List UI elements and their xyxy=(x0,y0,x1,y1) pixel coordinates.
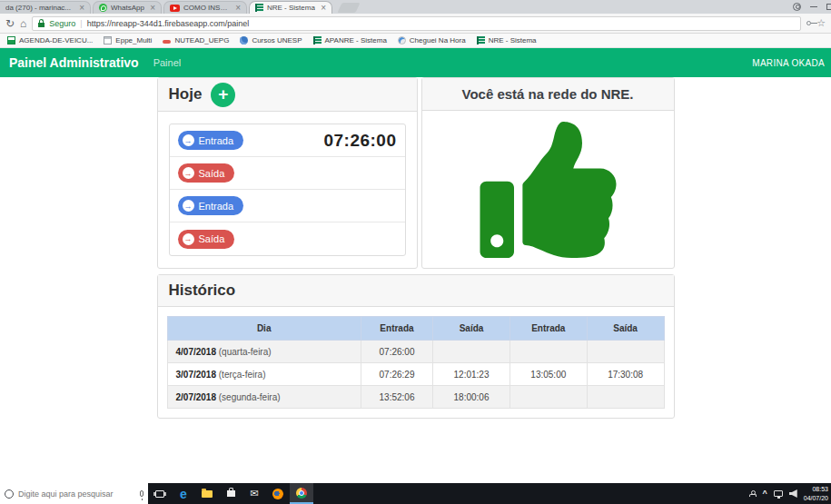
file-explorer-button[interactable] xyxy=(195,483,219,504)
cell-time: 07:26:29 xyxy=(361,363,432,386)
entrada-button[interactable]: → Entrada xyxy=(178,131,244,150)
bookmark-favicon xyxy=(104,36,112,44)
arrow-circle-icon: → xyxy=(183,167,194,179)
password-key-icon[interactable] xyxy=(806,21,811,25)
mail-icon: ✉ xyxy=(250,489,258,499)
cell-time: 18:00:06 xyxy=(433,386,510,409)
windows-taskbar: e ✉ ^ 08:53 04/07/20 xyxy=(0,483,831,504)
cell-time xyxy=(509,341,587,363)
saida-button[interactable]: → Saída xyxy=(178,163,235,183)
edge-button[interactable]: e xyxy=(172,483,195,504)
browser-tab-whatsapp[interactable]: WhatsApp × xyxy=(93,1,162,14)
close-icon[interactable]: × xyxy=(235,4,241,13)
bookmark-eppe[interactable]: Eppe_Multi xyxy=(104,36,152,44)
bookmark-label: AGENDA-DE-VEICU... xyxy=(19,36,93,44)
browser-tab-gmail[interactable]: da (270) - marinac... × xyxy=(0,1,91,14)
mail-button[interactable]: ✉ xyxy=(242,483,266,504)
weekday: (quarta-feira) xyxy=(219,347,272,357)
task-view-button[interactable] xyxy=(148,483,172,504)
cell-time xyxy=(433,341,510,363)
network-icon[interactable] xyxy=(774,490,783,497)
punch-row: → Saída xyxy=(170,157,405,190)
reload-icon[interactable]: ↻ xyxy=(5,18,15,29)
close-icon[interactable]: × xyxy=(321,4,326,13)
bookmark-favicon xyxy=(313,36,322,44)
cell-dia: 2/07/2018 (segunda-feira) xyxy=(167,386,361,409)
bookmark-nre[interactable]: NRE - Sistema xyxy=(477,36,537,44)
hoje-title: Hoje xyxy=(169,85,203,104)
col-header-saida2: Saída xyxy=(587,317,664,341)
table-row: 3/07/2018 (terça-feira) 07:26:29 12:01:2… xyxy=(167,363,664,386)
weekday: (segunda-feira) xyxy=(219,392,281,402)
system-tray: ^ 08:53 04/07/20 xyxy=(749,483,831,504)
bookmark-favicon xyxy=(398,36,406,44)
taskbar-search[interactable] xyxy=(0,483,148,504)
search-input[interactable] xyxy=(18,489,120,499)
bookmarks-bar: AGENDA-DE-VEICU... Eppe_Multi NUTEAD_UEP… xyxy=(0,34,831,48)
date: 3/07/2018 xyxy=(176,370,217,380)
address-bar[interactable]: Seguro | https://nreapp-344d1.firebaseap… xyxy=(32,16,801,31)
app-brand[interactable]: Painel Administrativo xyxy=(9,55,139,70)
saida-button[interactable]: → Saída xyxy=(178,230,235,249)
people-icon[interactable] xyxy=(749,490,756,497)
tab-title: WhatsApp xyxy=(111,4,144,12)
hoje-header: Hoje + xyxy=(158,78,417,112)
bookmark-unesp[interactable]: Cursos UNESP xyxy=(240,36,302,44)
youtube-icon xyxy=(170,5,180,12)
close-icon[interactable]: × xyxy=(79,4,84,13)
thumbs-up-icon xyxy=(473,122,623,258)
chrome-button-active[interactable] xyxy=(290,483,313,504)
maximize-icon[interactable] xyxy=(826,4,831,10)
bookmark-apanre[interactable]: APANRE - Sistema xyxy=(313,36,387,44)
pill-label: Entrada xyxy=(199,201,234,212)
cell-time xyxy=(587,386,664,409)
minimize-icon[interactable] xyxy=(810,6,817,7)
store-button[interactable] xyxy=(219,483,242,504)
user-name[interactable]: MARINA OKADA xyxy=(752,58,825,68)
punch-row: → Saída xyxy=(170,222,405,255)
nav-item-painel[interactable]: Painel xyxy=(153,57,182,68)
add-punch-button[interactable]: + xyxy=(211,83,235,107)
pill-label: Saída xyxy=(199,233,225,244)
historico-table: Dia Entrada Saída Entrada Saída 4/07/201… xyxy=(167,316,665,409)
firefox-icon xyxy=(272,489,283,499)
window-controls xyxy=(793,0,831,14)
bookmark-label: Cursos UNESP xyxy=(252,36,302,44)
new-tab-button[interactable] xyxy=(337,3,360,13)
profile-icon[interactable] xyxy=(793,3,801,11)
cell-time: 17:30:08 xyxy=(587,363,664,386)
hidden-icons-caret[interactable]: ^ xyxy=(762,489,767,498)
home-icon[interactable]: ⌂ xyxy=(20,18,26,29)
browser-tab-youtube[interactable]: COMO INSTALAR O GO... × xyxy=(163,1,247,14)
date: 4/07/2018 xyxy=(176,347,217,357)
microphone-icon[interactable] xyxy=(140,490,143,497)
bookmark-label: NRE - Sistema xyxy=(489,36,537,44)
entrada-button[interactable]: → Entrada xyxy=(178,196,244,215)
clock-time: 08:53 xyxy=(804,485,828,493)
historico-panel: Histórico Dia Entrada Saída Entrada Saíd… xyxy=(157,274,675,419)
edge-icon: e xyxy=(180,488,187,500)
bookmark-label: APANRE - Sistema xyxy=(325,36,387,44)
arrow-circle-icon: → xyxy=(183,134,194,146)
browser-tab-nre-active[interactable]: NRE - Sistema × xyxy=(249,1,332,14)
bookmark-favicon xyxy=(163,40,171,44)
bookmark-label: Eppe_Multi xyxy=(115,36,152,44)
table-row: 4/07/2018 (quarta-feira) 07:26:00 xyxy=(167,341,664,363)
arrow-circle-icon: → xyxy=(183,200,194,212)
firefox-button[interactable] xyxy=(266,483,290,504)
bookmark-label: Cheguei Na Hora xyxy=(410,36,466,44)
col-header-entrada1: Entrada xyxy=(361,317,432,341)
bookmark-agenda[interactable]: AGENDA-DE-VEICU... xyxy=(7,36,93,44)
volume-icon[interactable] xyxy=(789,489,797,498)
page-content: Hoje + → Entrada 07:26:00 xyxy=(0,77,831,483)
tray-clock[interactable]: 08:53 04/07/20 xyxy=(804,485,828,501)
bookmark-nutead[interactable]: NUTEAD_UEPG xyxy=(163,36,229,44)
bookmark-star-icon[interactable]: ☆ xyxy=(816,18,826,28)
cortana-icon[interactable] xyxy=(5,489,14,499)
bookmark-cheguei[interactable]: Cheguei Na Hora xyxy=(398,36,466,44)
security-label: Seguro xyxy=(49,19,75,28)
cell-time: 13:05:00 xyxy=(509,363,587,386)
col-header-saida1: Saída xyxy=(433,317,510,341)
close-icon[interactable]: × xyxy=(150,4,155,13)
table-header-row: Dia Entrada Saída Entrada Saída xyxy=(167,317,664,341)
